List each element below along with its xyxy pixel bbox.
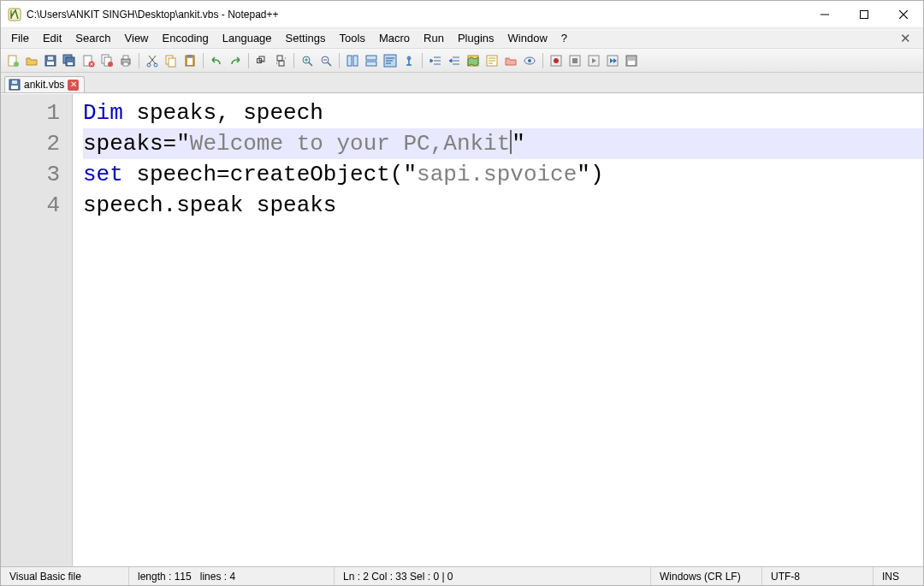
svg-rect-20	[123, 62, 128, 66]
minimize-button[interactable]	[805, 1, 844, 27]
line-number: 2	[1, 128, 72, 159]
save-macro-icon[interactable]	[623, 52, 640, 69]
maximize-button[interactable]	[844, 1, 884, 27]
find-icon[interactable]	[253, 52, 270, 69]
redo-icon[interactable]	[227, 52, 244, 69]
svg-rect-24	[169, 58, 175, 67]
code-line[interactable]: speech.speak speaks	[83, 190, 923, 221]
file-tab[interactable]: ankit.vbs ✕	[4, 76, 85, 92]
code-line[interactable]: Dim speaks, speech	[83, 98, 923, 128]
status-length: length : 115 lines : 4	[129, 567, 335, 585]
save-all-icon[interactable]	[61, 52, 78, 69]
toolbar-separator	[422, 53, 423, 68]
svg-rect-9	[48, 56, 53, 60]
replace-icon[interactable]	[272, 52, 289, 69]
print-icon[interactable]	[117, 52, 134, 69]
zoom-out-icon[interactable]	[317, 52, 335, 69]
svg-rect-60	[12, 80, 17, 84]
svg-rect-31	[277, 56, 282, 61]
close-file-icon[interactable]	[80, 52, 97, 69]
menu-settings[interactable]: Settings	[279, 30, 333, 46]
menu-run[interactable]: Run	[417, 30, 451, 46]
code-token: speaks, speech	[123, 100, 323, 126]
outdent-icon[interactable]	[446, 52, 463, 69]
app-icon	[8, 8, 21, 21]
toolbar-separator	[542, 53, 543, 68]
svg-rect-2	[861, 10, 868, 18]
save-icon[interactable]	[42, 52, 59, 69]
svg-rect-27	[187, 55, 192, 57]
stop-macro-icon[interactable]	[566, 52, 583, 69]
folder-icon[interactable]	[502, 52, 519, 69]
play-macro-icon[interactable]	[585, 52, 602, 69]
svg-line-38	[328, 62, 331, 66]
mdi-close-icon[interactable]: ✕	[891, 31, 920, 46]
close-button[interactable]	[884, 1, 923, 27]
menu-edit[interactable]: Edit	[36, 30, 68, 46]
code-line[interactable]: speaks="Welcome to your PC,Ankit"	[83, 128, 923, 159]
code-token: speaks=	[83, 131, 176, 157]
close-all-icon[interactable]	[98, 52, 116, 69]
status-bar: Visual Basic file length : 115 lines : 4…	[1, 566, 923, 585]
monitor-icon[interactable]	[521, 52, 538, 69]
zoom-in-icon[interactable]	[299, 52, 316, 69]
svg-rect-26	[187, 58, 192, 65]
menu-tools[interactable]: Tools	[333, 30, 372, 46]
toolbar-separator	[248, 53, 249, 68]
status-eol: Windows (CR LF)	[651, 567, 762, 585]
menu-macro[interactable]: Macro	[372, 30, 417, 46]
toolbar-separator	[139, 53, 139, 68]
svg-line-34	[309, 62, 312, 66]
wrap-icon[interactable]	[382, 52, 399, 69]
menu-file[interactable]: File	[4, 30, 36, 46]
copy-icon[interactable]	[163, 52, 180, 69]
status-filetype: Visual Basic file	[1, 567, 129, 585]
code-token: "	[403, 162, 417, 187]
code-token: "	[512, 131, 525, 157]
svg-rect-8	[47, 62, 54, 65]
code-line[interactable]: set speech=createObject("sapi.spvoice")	[83, 159, 923, 190]
svg-rect-12	[68, 62, 73, 65]
code-token: speech=createObject(	[123, 162, 404, 187]
paste-icon[interactable]	[181, 52, 198, 69]
cut-icon[interactable]	[144, 52, 161, 69]
svg-rect-32	[279, 61, 284, 66]
code-token: Welcome to your PC,Ankit	[190, 131, 510, 157]
code-token: "	[577, 162, 590, 187]
doc-map-icon[interactable]	[465, 52, 482, 69]
menu-search[interactable]: Search	[68, 30, 117, 46]
menu-window[interactable]: Window	[501, 30, 554, 46]
svg-rect-43	[366, 62, 376, 66]
line-number: 3	[1, 159, 72, 190]
menu-plugins[interactable]: Plugins	[451, 30, 501, 46]
svg-rect-42	[366, 56, 376, 60]
svg-rect-53	[572, 58, 578, 63]
menu-view[interactable]: View	[118, 30, 156, 46]
sync-h-icon[interactable]	[363, 52, 380, 69]
tab-filename: ankit.vbs	[24, 79, 64, 91]
show-all-chars-icon[interactable]	[400, 52, 418, 69]
code-token: speech.speak speaks	[83, 192, 336, 218]
title-bar: C:\Users\ANKIT SINGH\Desktop\ankit.vbs -…	[1, 1, 923, 28]
indent-icon[interactable]	[427, 52, 444, 69]
toolbar-separator	[339, 53, 340, 68]
func-list-icon[interactable]	[483, 52, 500, 69]
code-area[interactable]: Dim speaks, speechspeaks="Welcome to you…	[73, 94, 923, 566]
status-position: Ln : 2 Col : 33 Sel : 0 | 0	[335, 567, 651, 585]
tab-close-icon[interactable]: ✕	[68, 80, 79, 91]
play-multi-icon[interactable]	[604, 52, 621, 69]
code-token: )	[590, 162, 604, 187]
menu-help[interactable]: ?	[554, 30, 574, 46]
line-number-gutter: 1234	[1, 94, 73, 566]
menu-encoding[interactable]: Encoding	[156, 30, 216, 46]
record-macro-icon[interactable]	[548, 52, 565, 69]
new-file-icon[interactable]	[4, 52, 21, 69]
menu-language[interactable]: Language	[216, 30, 279, 46]
sync-v-icon[interactable]	[344, 52, 361, 69]
svg-rect-41	[353, 56, 358, 66]
menu-bar: File Edit Search View Encoding Language …	[1, 28, 923, 49]
undo-icon[interactable]	[208, 52, 225, 69]
code-token: set	[83, 162, 123, 187]
open-file-icon[interactable]	[23, 52, 40, 69]
save-icon	[9, 79, 21, 91]
